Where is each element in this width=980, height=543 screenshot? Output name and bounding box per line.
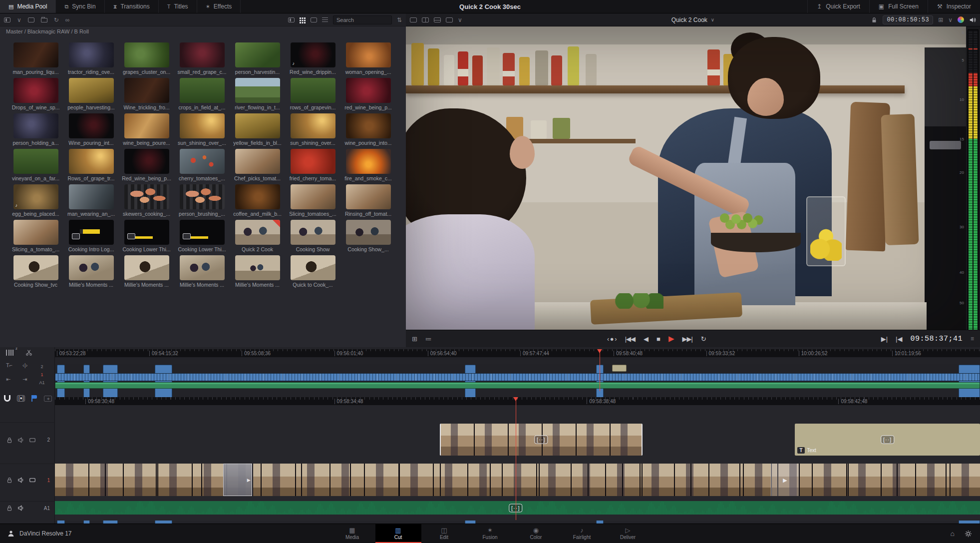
- media-clip[interactable]: ♪ skewers_cooking_...: [119, 181, 174, 217]
- timeline-ruler[interactable]: 09:58:30;4809:58:34;4809:58:38;4809:58:4…: [55, 397, 980, 405]
- source-mode-icon[interactable]: [410, 17, 417, 22]
- search-input[interactable]: [333, 15, 392, 24]
- cut-line[interactable]: [588, 464, 589, 496]
- cut-line[interactable]: [690, 464, 691, 496]
- speaker-icon[interactable]: [969, 16, 976, 23]
- media-clip[interactable]: ♪ Slicing_tomatoes_...: [285, 181, 340, 217]
- stop-button[interactable]: ■: [656, 335, 660, 343]
- media-clip[interactable]: ♪ Cooking Intro Log...: [63, 217, 119, 252]
- cut-line[interactable]: [440, 464, 441, 496]
- panel-tab[interactable]: ▤ Media Pool: [0, 0, 56, 13]
- duration-timecode[interactable]: 00:08:50:53: [883, 15, 933, 24]
- viewer-menu-icon[interactable]: ≡: [971, 336, 974, 342]
- media-clip[interactable]: ♪ Quick 2 Cook: [230, 217, 285, 252]
- goto-out-button[interactable]: ▶|: [881, 335, 888, 343]
- overview-ruler[interactable]: 09:53:22;2809:54:15;3209:55:08;3609:56:0…: [55, 349, 980, 357]
- media-clip[interactable]: ♪ Cooking Lower Thi...: [119, 217, 174, 252]
- video-frame[interactable]: [406, 26, 966, 330]
- media-clip[interactable]: ♪ sun_shining_over_...: [174, 110, 230, 146]
- media-clip[interactable]: ♪ man_pouring_liqu...: [8, 39, 63, 75]
- media-clip[interactable]: ♪ Red_wine_being_p...: [119, 146, 174, 181]
- media-clip[interactable]: ♪ river_flowing_in_t...: [230, 75, 285, 110]
- media-clip[interactable]: ♪ Millie's Moments ...: [119, 252, 174, 288]
- media-clip[interactable]: ♪ Millie's Moments ...: [174, 252, 230, 288]
- media-clip[interactable]: ♪ person_harvestin...: [230, 39, 285, 75]
- media-clip[interactable]: ♪ grapes_cluster_on...: [119, 39, 174, 75]
- media-clip[interactable]: ♪ people_harvesting...: [63, 75, 119, 110]
- cut-line[interactable]: [201, 464, 202, 496]
- media-clip[interactable]: ♪ person_brushing_...: [174, 181, 230, 217]
- cut-line[interactable]: [490, 464, 491, 496]
- media-clip[interactable]: ♪ Rinsing_off_tomat...: [340, 181, 396, 217]
- media-clip[interactable]: ♪ Chef_picks_tomat...: [230, 146, 285, 181]
- tools-icon[interactable]: ⊞: [412, 335, 417, 343]
- sort-icon[interactable]: ⇅: [397, 17, 402, 23]
- media-clip[interactable]: ♪ Cooking Show_...: [340, 217, 396, 252]
- boring-detector-icon[interactable]: [6, 350, 13, 356]
- media-clip[interactable]: ♪ Quick to Cook_...: [285, 252, 340, 288]
- relink-icon[interactable]: ∞: [65, 17, 70, 23]
- bin-list-toggle-icon[interactable]: [4, 17, 10, 22]
- page-button[interactable]: ◉ Color: [513, 524, 559, 543]
- overview-track-v1[interactable]: [55, 373, 980, 381]
- trim-tool-icon[interactable]: ‹|›: [22, 362, 32, 368]
- overview-clip[interactable]: [612, 365, 627, 372]
- thumbnail-view-icon[interactable]: [300, 17, 306, 23]
- snapping-magnet-icon[interactable]: [4, 395, 10, 402]
- media-clip[interactable]: ♪ red_wine_being_p...: [340, 75, 396, 110]
- media-clip[interactable]: ♪ vineyard_on_a_far...: [8, 146, 63, 181]
- cut-line[interactable]: [350, 464, 351, 496]
- metadata-view-icon[interactable]: [288, 17, 295, 22]
- top-action-button[interactable]: ↥ Quick Export: [807, 0, 869, 13]
- match-frame-icon[interactable]: ⊞: [938, 17, 943, 23]
- play-button[interactable]: ▶: [668, 334, 674, 343]
- import-media-icon[interactable]: [28, 17, 34, 22]
- top-action-button[interactable]: ▣ Full Screen: [869, 0, 928, 13]
- video-enable-icon[interactable]: [29, 437, 36, 444]
- media-clip[interactable]: ♪ coffee_and_milk_b...: [230, 181, 285, 217]
- overview-playhead[interactable]: [600, 349, 600, 391]
- media-clip[interactable]: ♪ wine_pouring_into...: [340, 110, 396, 146]
- zoom-mode-icon[interactable]: [446, 17, 453, 22]
- cut-line[interactable]: [739, 464, 740, 496]
- cut-line[interactable]: [105, 464, 106, 496]
- viewer-options-icon[interactable]: ∨: [948, 17, 953, 23]
- media-clip[interactable]: ♪ rows_of_grapevin...: [285, 75, 340, 110]
- overview-track-v2[interactable]: [55, 364, 980, 372]
- media-clip[interactable]: ♪ Red_wine_drippin...: [285, 39, 340, 75]
- media-clip[interactable]: ♪ small_red_grape_c...: [174, 39, 230, 75]
- sync-skip-forward-icon[interactable]: ⇥: [22, 376, 32, 383]
- media-clip[interactable]: ♪ Drops_of_wine_sp...: [8, 75, 63, 110]
- media-clip[interactable]: ♪ Rows_of_grape_tr...: [63, 146, 119, 181]
- panel-tab[interactable]: T Titles: [159, 0, 197, 13]
- new-bin-icon[interactable]: [41, 18, 47, 22]
- page-button[interactable]: ◫ Edit: [421, 524, 467, 543]
- page-button[interactable]: ✶ Fusion: [467, 524, 513, 543]
- media-clip[interactable]: ♪ woman_opening_...: [340, 39, 396, 75]
- media-clip[interactable]: ♪ Millie's Moments ...: [230, 252, 285, 288]
- video-clip-v1[interactable]: [55, 464, 980, 496]
- breadcrumb[interactable]: Master / Blackmagic RAW / B Roll: [6, 28, 89, 34]
- color-boost-icon[interactable]: [958, 16, 964, 23]
- media-clip[interactable]: ♪ Cooking Lower Thi...: [174, 217, 230, 252]
- flag-icon[interactable]: [31, 395, 37, 402]
- timeline-selector[interactable]: Quick 2 Cook ∨: [671, 16, 714, 23]
- cut-line[interactable]: [301, 464, 302, 496]
- bin-list-chevron-icon[interactable]: ∨: [17, 17, 21, 23]
- track-lock-tool-icon[interactable]: T⌐: [6, 362, 15, 368]
- page-button[interactable]: ▦ Media: [329, 524, 375, 543]
- page-button[interactable]: ♪ Fairlight: [559, 524, 605, 543]
- panel-tab[interactable]: ⧉ Sync Bin: [56, 0, 104, 13]
- add-track-icon[interactable]: ＋: [44, 396, 52, 402]
- media-clip[interactable]: ♪ fire_and_smoke_c...: [340, 146, 396, 181]
- lock-icon[interactable]: [6, 505, 13, 512]
- mute-icon[interactable]: [17, 505, 24, 512]
- cut-line[interactable]: [799, 464, 800, 496]
- mute-icon[interactable]: [17, 477, 24, 484]
- media-clip[interactable]: ♪ cherry_tomatoes_...: [174, 146, 230, 181]
- refresh-icon[interactable]: ↻: [54, 17, 59, 23]
- cut-line[interactable]: [539, 464, 540, 496]
- lock-icon[interactable]: [6, 477, 13, 484]
- transition-segment[interactable]: [771, 464, 799, 496]
- cut-line[interactable]: [642, 464, 643, 496]
